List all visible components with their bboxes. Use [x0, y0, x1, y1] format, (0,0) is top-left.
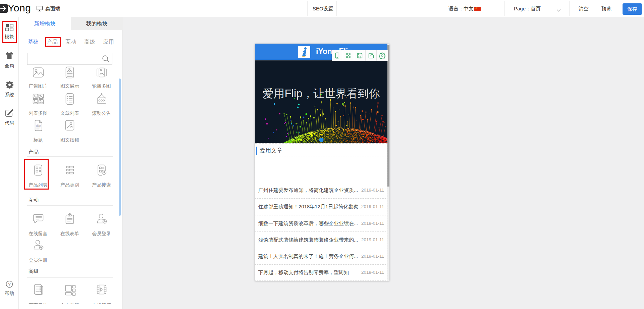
svg-text:Title: Title: [35, 124, 41, 127]
svg-text:?: ?: [8, 282, 10, 287]
